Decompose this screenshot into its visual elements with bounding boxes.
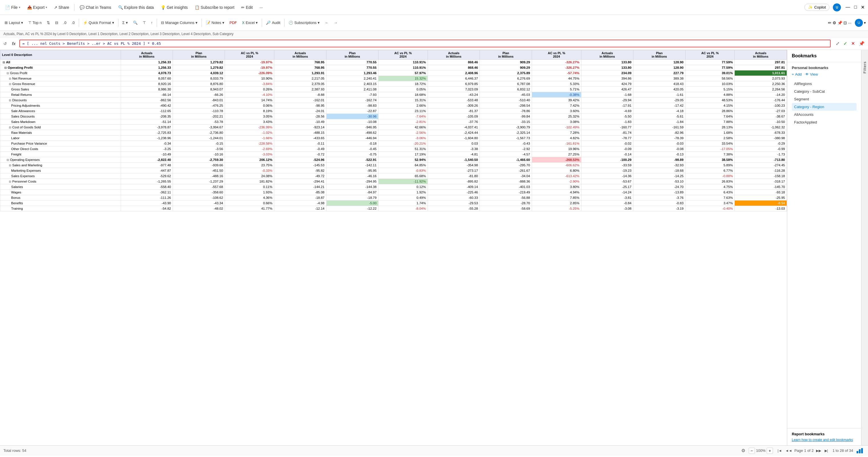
data-cell: -0.38% bbox=[532, 92, 581, 98]
quickformat-button[interactable]: ⚡ Quick Format ▾ bbox=[81, 20, 117, 26]
collapse-icon[interactable]: ⊟ bbox=[9, 77, 11, 80]
menu-file[interactable]: 📄 File ▾ bbox=[2, 4, 23, 11]
collapse-icon[interactable]: ⊟ bbox=[9, 99, 11, 102]
menu-chat-teams[interactable]: 💬 Chat in Teams bbox=[77, 4, 114, 11]
table-row: Retail Returns-66.14-66.26-4.10%-8.88-7.… bbox=[0, 92, 787, 98]
upload-button[interactable]: ↑ bbox=[149, 20, 155, 26]
data-cell: -557.68 bbox=[173, 184, 225, 190]
user-dropdown-arrow[interactable]: ▾ bbox=[864, 21, 866, 25]
bar-chart-icon[interactable] bbox=[857, 448, 865, 453]
toolbar-pin-icon[interactable]: 📌 bbox=[837, 21, 842, 25]
topn-button[interactable]: ⊤ Top n bbox=[26, 20, 44, 26]
window-minimize-btn[interactable]: — bbox=[844, 5, 851, 10]
page-first-button[interactable]: |◄ bbox=[776, 448, 783, 453]
menu-share[interactable]: ↗ Share bbox=[51, 4, 72, 11]
data-cell: 6,446.37 bbox=[428, 76, 479, 81]
zoom-in-button[interactable]: + bbox=[767, 448, 773, 454]
data-cell: -1,238.96 bbox=[121, 135, 173, 141]
sort-button[interactable]: ⇅ bbox=[44, 20, 52, 26]
data-cell: 133.80 bbox=[581, 60, 633, 65]
formula-check-icon[interactable]: ✓ bbox=[842, 40, 848, 47]
window-restore-btn[interactable]: □ bbox=[853, 5, 858, 10]
bookmark-item-category-subcat[interactable]: Category - SubCat bbox=[792, 88, 857, 95]
data-cell: 768.95 bbox=[274, 60, 326, 65]
manage-columns-button[interactable]: ⊟ Manage Columns ▾ bbox=[159, 20, 200, 26]
collapse-icon[interactable]: ⊟ bbox=[9, 164, 11, 167]
bookmark-view-icon: 👁 bbox=[805, 72, 809, 76]
decimal-button[interactable]: .0 bbox=[69, 20, 77, 26]
notes-button[interactable]: 📝 Notes ▾ bbox=[204, 20, 227, 26]
formula-input[interactable] bbox=[20, 40, 831, 47]
zoom-out-button[interactable]: − bbox=[749, 448, 755, 454]
bookmark-item-allaccounts[interactable]: AllAccounts bbox=[792, 111, 857, 119]
collapse-icon[interactable]: ⊟ bbox=[6, 158, 9, 161]
menu-get-insights[interactable]: 💡 Get insights bbox=[158, 4, 191, 11]
toolbar-expand-icon[interactable]: ⊡ bbox=[843, 21, 847, 25]
page-of: of bbox=[807, 449, 811, 453]
data-cell: -533.48 bbox=[428, 98, 479, 103]
data-cell: -100.29 bbox=[581, 157, 633, 163]
collapse-icon[interactable]: ⊟ bbox=[6, 72, 9, 75]
toolbar-settings-icon[interactable]: ⚙ bbox=[833, 21, 836, 25]
bookmark-view-button[interactable]: 👁 View bbox=[805, 72, 818, 76]
formula-pin-icon[interactable]: 📌 bbox=[858, 40, 866, 47]
undo-button[interactable]: ↺ bbox=[2, 40, 8, 47]
formula-expand-icon[interactable]: ⤢ bbox=[835, 40, 841, 47]
table-row: ⊟Gross Revenue8,920.168,876.80-3.84%2,37… bbox=[0, 81, 787, 87]
data-cell: -81.74 bbox=[581, 130, 633, 135]
data-cell: -29.53 bbox=[428, 200, 479, 206]
filters-tab[interactable]: Filters bbox=[861, 50, 868, 445]
layout-button[interactable]: ⊞ Layout ▾ bbox=[2, 20, 25, 26]
grid-button[interactable]: ⊟ bbox=[53, 20, 61, 26]
audit-button[interactable]: 🔎 Audit bbox=[264, 20, 283, 26]
page-last-button[interactable]: ▶| bbox=[824, 448, 829, 453]
user-avatar-toolbar[interactable]: U bbox=[855, 19, 863, 27]
menu-subscribe[interactable]: 📋 Subscribe to report bbox=[192, 4, 237, 11]
bookmark-item-factorapplied[interactable]: FactorApplied bbox=[792, 119, 857, 126]
pdf-button[interactable]: PDF bbox=[227, 20, 239, 26]
data-cell: 6.80% bbox=[532, 168, 581, 173]
filter-button[interactable]: ⊤ bbox=[141, 20, 148, 26]
copilot-button[interactable]: ✨ Copilot bbox=[804, 4, 830, 11]
settings-icon[interactable]: ⚙ bbox=[741, 448, 745, 453]
collapse-icon[interactable]: ⊟ bbox=[9, 83, 11, 86]
sigma-button[interactable]: Σ ▾ bbox=[120, 20, 130, 26]
menu-edit[interactable]: ✏ Edit bbox=[238, 4, 255, 11]
data-cell: -51.14 bbox=[121, 119, 173, 125]
formula-cancel-icon[interactable]: ✕ bbox=[850, 40, 856, 47]
toolbar-more-icon[interactable]: ··· bbox=[848, 21, 851, 25]
report-bookmarks-link[interactable]: Learn how to create and edit bookmarks bbox=[792, 438, 857, 442]
toolbar-pencil-icon[interactable]: ✏ bbox=[828, 21, 832, 25]
bookmark-item-segment[interactable]: Segment bbox=[792, 95, 857, 103]
bookmark-item-allregions[interactable]: AllRegions bbox=[792, 80, 857, 88]
collapse-icon[interactable]: ⊟ bbox=[9, 126, 11, 129]
collapse-icon[interactable]: ⊟ bbox=[4, 66, 6, 69]
data-cell: -158.18 bbox=[735, 173, 787, 179]
data-cell: 110.91% bbox=[378, 60, 428, 65]
menu-export[interactable]: 📤 Export ▾ bbox=[24, 4, 50, 11]
sigma-icon: Σ bbox=[122, 21, 125, 25]
search-button[interactable]: 🔍 bbox=[131, 20, 140, 26]
get-insights-label: Get insights bbox=[167, 5, 188, 10]
data-table: Level 0 Description Actualsin Millions P… bbox=[0, 50, 787, 211]
number-format-button[interactable]: .0 bbox=[61, 20, 69, 26]
data-cell: 51.31% bbox=[378, 146, 428, 152]
data-cell: -98.83 bbox=[326, 103, 378, 108]
excel-button[interactable]: X Excel ▾ bbox=[240, 20, 260, 26]
menu-explore-data[interactable]: 🔍 Explore this data bbox=[115, 4, 157, 11]
data-cell: 1,256.33 bbox=[121, 60, 173, 65]
nav-forward-button[interactable]: → bbox=[331, 20, 340, 26]
collapse-icon[interactable]: ⊟ bbox=[9, 180, 11, 183]
subscriptions-button[interactable]: 🕐 Subscriptions ▾ bbox=[286, 20, 322, 26]
bookmark-add-button[interactable]: + Add bbox=[792, 72, 802, 76]
data-cell: -1,244.01 bbox=[173, 135, 225, 141]
menu-more[interactable]: ··· bbox=[257, 4, 266, 11]
bookmark-item-category-region[interactable]: Category - Region bbox=[792, 103, 857, 111]
user-avatar[interactable]: U bbox=[833, 3, 841, 11]
page-prev-button[interactable]: ◄◄ bbox=[784, 448, 793, 453]
window-close-btn[interactable]: ✕ bbox=[860, 5, 866, 10]
page-next-button[interactable]: ▶▶ bbox=[815, 448, 822, 453]
nav-back-button[interactable]: ← bbox=[322, 20, 331, 26]
data-cell: 0.66% bbox=[225, 200, 274, 206]
collapse-icon[interactable]: ⊟ bbox=[3, 61, 5, 64]
